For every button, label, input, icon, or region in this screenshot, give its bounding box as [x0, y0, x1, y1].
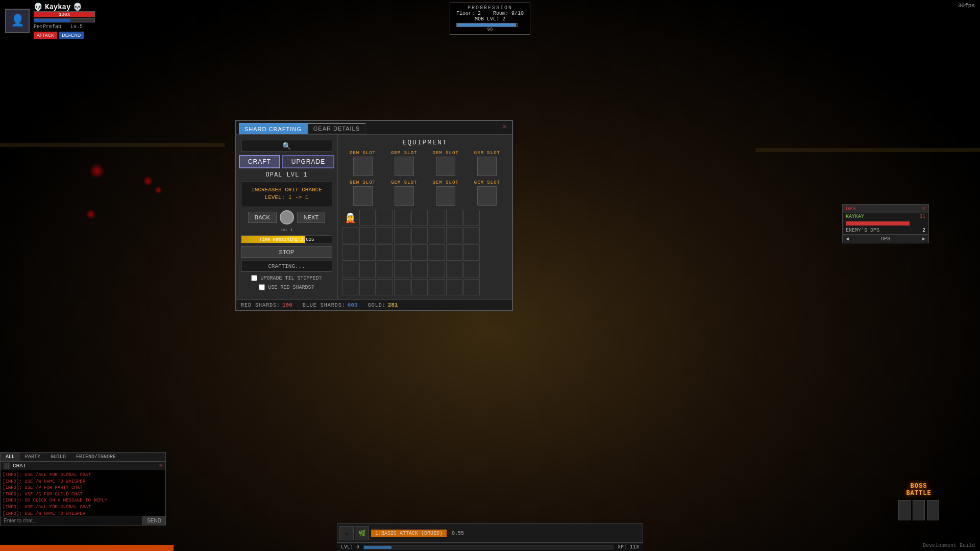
red-glow-4: [86, 209, 96, 219]
inv-cell-4-8[interactable]: [463, 262, 480, 278]
inv-cell-2-5[interactable]: [411, 227, 428, 243]
dps-next-arrow[interactable]: ▶: [922, 236, 925, 242]
chat-tab-guild[interactable]: GUILD: [45, 453, 71, 461]
panel-close-button[interactable]: ×: [501, 123, 509, 134]
pet-info: PetPrefab Lv.5: [34, 24, 95, 30]
inv-cell-1-3[interactable]: [377, 210, 393, 226]
back-button[interactable]: BACK: [248, 212, 277, 223]
chat-send-button[interactable]: SEND: [142, 516, 165, 525]
boss-icon-3: [927, 500, 939, 520]
chat-tab-all[interactable]: ALL: [1, 453, 20, 461]
inv-cell-1-4[interactable]: [394, 210, 410, 226]
inv-cell-5-1[interactable]: [342, 279, 358, 295]
inv-cell-3-4[interactable]: [394, 244, 410, 261]
inv-cell-4-7[interactable]: [446, 262, 462, 278]
inv-cell-4-6[interactable]: [429, 262, 445, 278]
inv-cell-5-2[interactable]: [359, 279, 376, 295]
gem-slot-8[interactable]: GEM SLOT: [474, 180, 500, 206]
gem-slot-1[interactable]: GEM SLOT: [350, 151, 376, 176]
gem-slot-box-3: [436, 157, 455, 176]
ability-icon-1[interactable]: ⚔: [339, 526, 354, 540]
gem-slot-2[interactable]: GEM SLOT: [391, 151, 417, 176]
upgrade-til-stopped-checkbox[interactable]: [251, 275, 257, 281]
progression-title: PROGRESSION: [456, 5, 524, 11]
tab-shard-crafting[interactable]: SHARD CRAFTING: [239, 123, 307, 134]
inv-cell-3-2[interactable]: [359, 244, 376, 261]
red-glow-3: [155, 186, 162, 194]
fps-display: 30fps: [958, 3, 975, 9]
gem-search-bar[interactable]: 🔍: [241, 140, 332, 152]
stop-button[interactable]: STOP: [241, 246, 332, 258]
gem-slot-row-2: GEM SLOT GEM SLOT GEM SLOT GEM SLOT: [342, 180, 508, 206]
exp-bar-progression: [456, 23, 518, 27]
inv-cell-4-2[interactable]: [359, 262, 376, 278]
chat-input-row: SEND: [1, 516, 165, 525]
dps-close-icon[interactable]: ×: [922, 206, 925, 212]
inv-cell-3-1[interactable]: [342, 244, 358, 261]
inv-cell-4-4[interactable]: [394, 262, 410, 278]
inv-cell-4-1[interactable]: [342, 262, 358, 278]
hp-bar-container: 100%: [34, 11, 95, 17]
attack-button[interactable]: ATTACK: [34, 32, 57, 39]
chat-msg-7: [INFO]: USE /W NAME TO WHISPER: [3, 511, 163, 516]
inv-cell-2-7[interactable]: [446, 227, 462, 243]
next-button[interactable]: NEXT: [297, 212, 325, 223]
inv-cell-2-6[interactable]: [429, 227, 445, 243]
red-glow-1: [89, 163, 105, 179]
inv-cell-2-2[interactable]: [359, 227, 376, 243]
inv-cell-4-3[interactable]: [377, 262, 393, 278]
inv-cell-1-8[interactable]: [463, 210, 480, 226]
chat-msg-1: [INFO]: USE /ALL FOR GLOBAL CHAT: [3, 472, 163, 479]
inv-cell-3-7[interactable]: [446, 244, 462, 261]
inv-cell-1-6[interactable]: [429, 210, 445, 226]
inv-cell-1-5[interactable]: [411, 210, 428, 226]
action-bar: ⚔ 🌿 1:BASIC ATTACK (DRUID) 0.55 LVL: 6 X…: [337, 523, 643, 551]
back-next-row: BACK NEXT: [248, 210, 325, 224]
gem-slot-3[interactable]: GEM SLOT: [433, 151, 459, 176]
inv-cell-4-5[interactable]: [411, 262, 428, 278]
progression-mob: MOB LVL: 2: [456, 16, 524, 22]
inv-cell-3-3[interactable]: [377, 244, 393, 261]
inv-cell-5-7[interactable]: [446, 279, 462, 295]
skill-name-label: 1:BASIC ATTACK (DRUID): [371, 530, 447, 537]
skull-right-icon: 💀: [73, 3, 82, 11]
tab-gear-details[interactable]: GEAR DETAILS: [307, 123, 366, 134]
gem-slot-box-2: [395, 157, 414, 176]
dps-prev-arrow[interactable]: ◀: [846, 236, 849, 242]
craft-upgrade-buttons: CRAFT UPGRADE: [239, 155, 334, 168]
dps-footer: ◀ DPS ▶: [843, 234, 928, 243]
inv-cell-2-1[interactable]: [342, 227, 358, 243]
craft-button[interactable]: CRAFT: [239, 155, 280, 168]
chat-input-field[interactable]: [1, 516, 142, 525]
use-red-shards-checkbox[interactable]: [259, 284, 265, 290]
upgrade-button[interactable]: UPGRADE: [282, 155, 334, 168]
inv-cell-2-8[interactable]: [463, 227, 480, 243]
inv-cell-5-5[interactable]: [411, 279, 428, 295]
dps-player-bar-fill: [846, 221, 910, 226]
inv-cell-2-3[interactable]: [377, 227, 393, 243]
gem-slot-row-1: GEM SLOT GEM SLOT GEM SLOT GEM SLOT: [342, 151, 508, 176]
gem-slot-box-7: [436, 186, 455, 206]
chat-tab-party[interactable]: PARTY: [20, 453, 45, 461]
chat-msg-6: [INFO]: USE /ALL FOR GLOBAL CHAT: [3, 504, 163, 511]
chat-tab-friend[interactable]: FRIEND/IGNORE: [71, 453, 121, 461]
boss-icon-2: [913, 500, 925, 520]
inv-cell-1-2[interactable]: [359, 210, 376, 226]
gem-slot-7[interactable]: GEM SLOT: [433, 180, 459, 206]
gem-slot-6[interactable]: GEM SLOT: [391, 180, 417, 206]
inv-cell-3-6[interactable]: [429, 244, 445, 261]
ability-icon-2[interactable]: 🌿: [355, 526, 369, 540]
inv-cell-1-7[interactable]: [446, 210, 462, 226]
inv-cell-3-8[interactable]: [463, 244, 480, 261]
exp-fill: [457, 23, 516, 27]
chat-close-button[interactable]: ×: [159, 463, 162, 469]
gem-slot-5[interactable]: GEM SLOT: [350, 180, 376, 206]
inv-cell-5-4[interactable]: [394, 279, 410, 295]
inv-cell-5-6[interactable]: [429, 279, 445, 295]
inv-cell-2-4[interactable]: [394, 227, 410, 243]
inv-cell-5-8[interactable]: [463, 279, 480, 295]
inv-cell-3-5[interactable]: [411, 244, 428, 261]
gem-slot-4[interactable]: GEM SLOT: [474, 151, 500, 176]
inv-cell-5-3[interactable]: [377, 279, 393, 295]
defend-button[interactable]: DEFEND: [59, 32, 84, 39]
